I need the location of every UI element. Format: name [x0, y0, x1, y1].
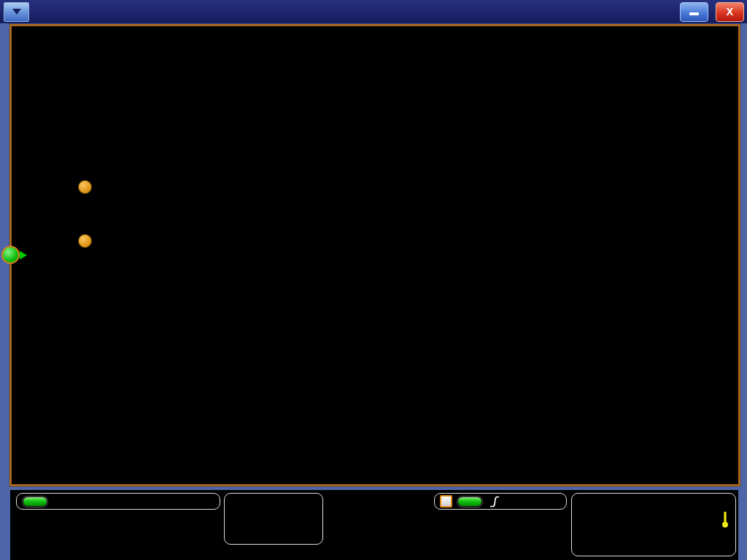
channel-position-arrow-icon [20, 251, 27, 260]
cursor-b-marker[interactable] [78, 180, 92, 194]
trigger-readout[interactable] [434, 493, 567, 510]
horizontal-readout[interactable] [571, 493, 736, 556]
chevron-down-icon [12, 9, 21, 15]
readout-bar [10, 490, 738, 560]
channel-readout[interactable] [16, 493, 220, 510]
minimize-icon [689, 12, 699, 15]
channel-badge[interactable] [23, 497, 47, 507]
trigger-channel-badge[interactable] [457, 497, 482, 507]
close-icon: X [727, 6, 733, 18]
waveform-screen[interactable] [12, 26, 738, 484]
menu-dropdown-button[interactable] [4, 2, 29, 22]
minimize-button[interactable] [680, 2, 708, 22]
close-button[interactable]: X [716, 2, 744, 22]
thermometer-icon [721, 510, 729, 529]
oscilloscope-app: X [0, 0, 747, 560]
channel-4-marker[interactable] [1, 246, 20, 264]
menu-bar: X [0, 0, 747, 23]
cursor-readout[interactable] [224, 493, 323, 545]
cursor-a-marker[interactable] [78, 234, 92, 248]
rising-edge-icon [489, 496, 500, 508]
scope-display-frame [9, 24, 740, 486]
trigger-source-badge[interactable] [440, 495, 452, 508]
